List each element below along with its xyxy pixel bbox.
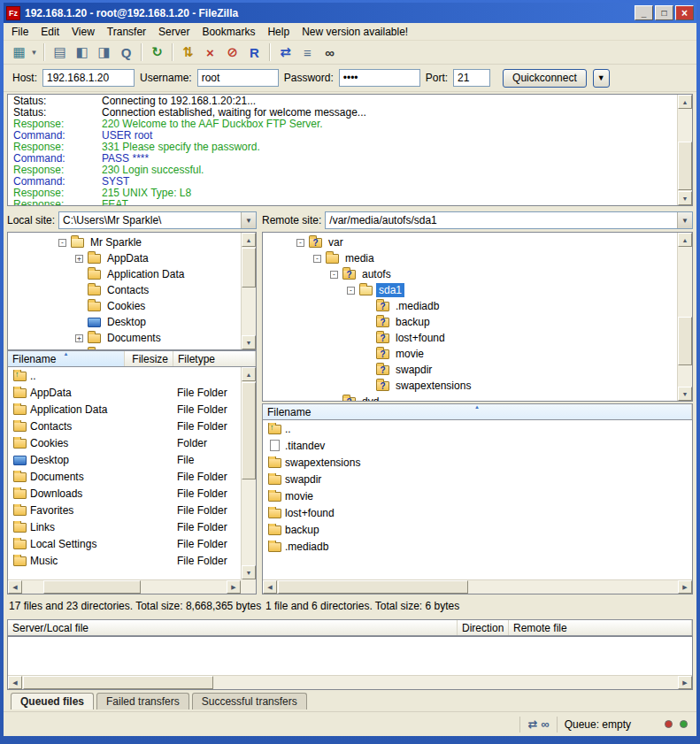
column-header[interactable]: Filename: [8, 351, 125, 366]
local-list-horizontal-scrollbar[interactable]: [8, 579, 241, 594]
tree-expander-icon[interactable]: +: [75, 255, 83, 263]
find-files-icon[interactable]: ∞: [541, 717, 549, 731]
tree-item[interactable]: Contacts: [8, 282, 256, 298]
file-row[interactable]: lost+found: [263, 504, 692, 521]
combo-dropdown-icon[interactable]: [677, 212, 692, 228]
menu-item[interactable]: File: [5, 24, 35, 40]
file-row[interactable]: Local Settings File Folder: [8, 535, 256, 552]
scroll-left-button[interactable]: [8, 676, 22, 689]
column-header[interactable]: Filesize: [125, 351, 173, 366]
menu-item[interactable]: Help: [261, 24, 296, 40]
file-row[interactable]: Cookies Folder: [8, 434, 256, 451]
minimize-button[interactable]: _: [635, 5, 653, 20]
menu-item[interactable]: View: [65, 24, 101, 40]
remote-site-combo[interactable]: /var/media/autofs/sda1: [325, 211, 693, 229]
file-row[interactable]: backup: [263, 521, 692, 538]
tree-item[interactable]: - autofs: [263, 266, 692, 282]
local-site-combo[interactable]: C:\Users\Mr Sparkle\: [58, 211, 257, 229]
file-row[interactable]: Downloads File Folder: [8, 485, 256, 502]
remote-tree-vertical-scrollbar[interactable]: [677, 233, 692, 401]
tree-item[interactable]: Cookies: [8, 298, 256, 314]
tree-item[interactable]: .mediadb: [263, 298, 692, 314]
synchronized-browsing-button[interactable]: ≡: [296, 42, 319, 63]
scrollbar-thumb[interactable]: [678, 142, 692, 190]
queue-horizontal-scrollbar[interactable]: [8, 675, 692, 689]
queue-column-header[interactable]: Direction: [458, 620, 509, 635]
scroll-up-button[interactable]: [678, 233, 692, 247]
scrollbar-thumb[interactable]: [242, 382, 256, 479]
tree-item[interactable]: + Documents: [8, 330, 256, 346]
password-input[interactable]: ••••: [339, 69, 420, 87]
file-row[interactable]: AppData File Folder: [8, 384, 256, 401]
tree-expander-icon[interactable]: -: [330, 271, 338, 279]
scroll-up-button[interactable]: [242, 367, 256, 381]
cancel-button[interactable]: ×: [199, 42, 221, 63]
tree-item[interactable]: movie: [263, 346, 692, 362]
username-input[interactable]: root: [197, 69, 279, 87]
queue-column-header[interactable]: Remote file: [509, 620, 692, 635]
tree-item[interactable]: Desktop: [8, 314, 256, 330]
queue-tab[interactable]: Successful transfers: [192, 693, 307, 709]
file-row[interactable]: Application Data File Folder: [8, 401, 256, 418]
tree-item[interactable]: - Mr Sparkle: [8, 234, 256, 250]
port-input[interactable]: 21: [453, 69, 490, 87]
remote-list-horizontal-scrollbar[interactable]: [263, 579, 692, 594]
file-row[interactable]: Links File Folder: [8, 518, 256, 535]
scroll-left-button[interactable]: [263, 580, 277, 594]
scroll-left-button[interactable]: [8, 580, 22, 594]
scroll-right-button[interactable]: [678, 676, 692, 689]
local-tree-vertical-scrollbar[interactable]: [241, 233, 256, 349]
directory-comparison-icon[interactable]: ⇄: [527, 717, 537, 731]
toggle-message-log-button[interactable]: ▤: [49, 42, 71, 63]
scrollbar-thumb[interactable]: [278, 580, 468, 594]
file-row[interactable]: ..: [263, 420, 692, 437]
combo-dropdown-icon[interactable]: [241, 212, 256, 228]
tree-item[interactable]: - var: [263, 234, 692, 250]
file-row[interactable]: Favorites File Folder: [8, 502, 256, 518]
tree-item[interactable]: + AppData: [8, 250, 256, 266]
site-manager-dropdown[interactable]: ▼: [28, 42, 40, 63]
menu-item[interactable]: New version available!: [296, 24, 414, 40]
log-vertical-scrollbar[interactable]: [677, 95, 692, 205]
menu-item[interactable]: Bookmarks: [196, 24, 261, 40]
file-row[interactable]: Contacts File Folder: [8, 418, 256, 434]
queue-tab[interactable]: Failed transfers: [96, 693, 189, 709]
scrollbar-thumb[interactable]: [43, 580, 141, 594]
scroll-right-button[interactable]: [227, 580, 241, 594]
queue-tab[interactable]: Queued files: [11, 693, 94, 709]
tree-expander-icon[interactable]: -: [313, 255, 321, 263]
file-row[interactable]: .titandev: [263, 437, 692, 454]
scroll-down-button[interactable]: [678, 387, 692, 401]
disconnect-button[interactable]: ⊘: [221, 42, 243, 63]
scrollbar-thumb[interactable]: [678, 317, 692, 365]
tree-item[interactable]: lost+found: [263, 330, 692, 346]
reconnect-button[interactable]: R: [243, 42, 265, 63]
file-row[interactable]: Music File Folder: [8, 552, 256, 569]
site-manager-button[interactable]: ▦: [8, 42, 30, 63]
quickconnect-dropdown[interactable]: ▼: [593, 69, 610, 88]
scroll-down-button[interactable]: [678, 191, 692, 205]
scrollbar-thumb[interactable]: [242, 248, 256, 288]
host-input[interactable]: 192.168.1.20: [42, 69, 135, 87]
file-row[interactable]: swapdir: [263, 471, 692, 487]
file-row[interactable]: ..: [8, 367, 256, 384]
refresh-button[interactable]: ↻: [146, 42, 168, 63]
quickconnect-button[interactable]: Quickconnect: [503, 69, 587, 88]
file-row[interactable]: Documents File Folder: [8, 468, 256, 485]
file-row[interactable]: movie: [263, 487, 692, 504]
file-row[interactable]: swapextensions: [263, 454, 692, 471]
menu-item[interactable]: Transfer: [101, 24, 152, 40]
scroll-up-button[interactable]: [678, 95, 692, 109]
process-queue-button[interactable]: ⇅: [177, 42, 199, 63]
scroll-down-button[interactable]: [242, 565, 256, 579]
tree-expander-icon[interactable]: +: [75, 334, 83, 342]
column-header[interactable]: Filename: [263, 404, 692, 419]
tree-item[interactable]: - sda1: [263, 282, 692, 298]
tree-expander-icon[interactable]: -: [58, 239, 66, 247]
toggle-local-tree-button[interactable]: ◧: [71, 42, 93, 63]
tree-expander-icon[interactable]: -: [296, 239, 304, 247]
tree-item[interactable]: dvd: [263, 394, 692, 402]
toggle-remote-tree-button[interactable]: ◨: [93, 42, 115, 63]
menu-item[interactable]: Edit: [35, 24, 65, 40]
maximize-button[interactable]: □: [655, 5, 673, 20]
